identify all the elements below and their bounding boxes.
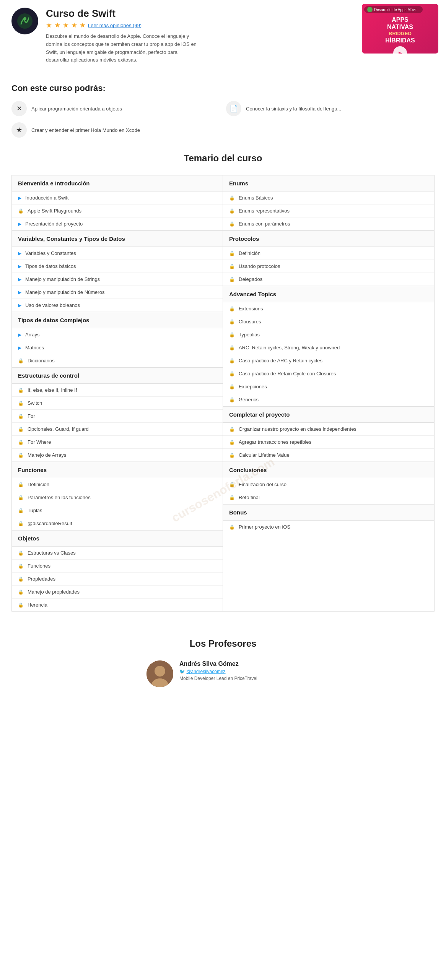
lock-icon: 🔒 bbox=[18, 482, 24, 487]
can-do-icon-3: ★ bbox=[11, 122, 27, 138]
lock-icon: 🔒 bbox=[229, 251, 235, 256]
star-5: ★ bbox=[80, 21, 86, 29]
professor-twitter: 🐦 @andresilvacomez bbox=[179, 669, 257, 674]
section-bonus: Bonus bbox=[223, 504, 434, 521]
lesson-item[interactable]: 🔒Agregar transacciones repetibles bbox=[223, 436, 434, 449]
lock-icon: 🔒 bbox=[229, 208, 235, 214]
syllabus-left: Bienvenida e Introducción ▶Introducción … bbox=[12, 175, 223, 611]
lock-icon: 🔒 bbox=[229, 277, 235, 282]
section-protocolos: Protocolos bbox=[223, 230, 434, 247]
can-do-item-2: 📄 Conocer la sintaxis y la filosofía del… bbox=[226, 101, 435, 116]
lock-icon: 🔒 bbox=[18, 602, 24, 608]
lock-icon: 🔒 bbox=[229, 495, 235, 500]
section-conclusiones: Conclusiones bbox=[223, 462, 434, 478]
lesson-item[interactable]: 🔒Definición bbox=[223, 247, 434, 260]
twitter-icon: 🐦 bbox=[179, 669, 185, 674]
section-bienvenida: Bienvenida e Introducción bbox=[12, 175, 223, 191]
lesson-item[interactable]: 🔒Clousures bbox=[223, 315, 434, 328]
lesson-item[interactable]: 🔒Excepciones bbox=[223, 380, 434, 393]
lesson-item[interactable]: 🔒Herencia bbox=[12, 599, 223, 611]
lesson-item[interactable]: 🔒Manejo de Arrays bbox=[12, 449, 223, 462]
lesson-item[interactable]: ▶Variables y Constantes bbox=[12, 247, 223, 260]
syllabus-section: Temario del curso Bienvenida e Introducc… bbox=[0, 141, 446, 623]
lesson-item[interactable]: ▶Matrices bbox=[12, 341, 223, 354]
lesson-item[interactable]: 🔒Tuplas bbox=[12, 504, 223, 517]
lesson-item[interactable]: ▶Tipos de datos básicos bbox=[12, 260, 223, 273]
svg-point-1 bbox=[23, 17, 26, 20]
section-objetos: Objetos bbox=[12, 530, 223, 547]
lock-icon: 🔒 bbox=[18, 414, 24, 419]
video-thumbnail[interactable]: Desarrollo de Apps Móvil... APPS NATIVAS… bbox=[362, 4, 438, 54]
lesson-item[interactable]: 🔒If, else, else If, Inline If bbox=[12, 384, 223, 397]
lesson-item[interactable]: 🔒Organizar nuestro proyecto en clases in… bbox=[223, 423, 434, 436]
lesson-item[interactable]: 🔒ARC, Retain cycles, Strong, Weak y unow… bbox=[223, 341, 434, 354]
lock-icon: 🔒 bbox=[229, 264, 235, 269]
can-do-item-3: ★ Crear y entender el primer Hola Mundo … bbox=[11, 122, 220, 138]
lesson-item[interactable]: 🔒Apple Swift Playgrounds bbox=[12, 204, 223, 217]
video-line1: APPS bbox=[385, 16, 415, 23]
lock-icon: 🔒 bbox=[229, 384, 235, 389]
lock-icon: 🔒 bbox=[18, 563, 24, 569]
lesson-item[interactable]: 🔒Caso práctico de Retain Cycle con Closu… bbox=[223, 367, 434, 380]
professors-section: Los Profesores Andrés Silva Gómez 🐦 @and… bbox=[0, 623, 446, 703]
lesson-item[interactable]: 🔒Diccionarios bbox=[12, 354, 223, 367]
lesson-item[interactable]: 🔒Funciones bbox=[12, 560, 223, 573]
play-icon: ▶ bbox=[18, 195, 21, 201]
video-line2: NATIVAS bbox=[385, 23, 415, 31]
lesson-item[interactable]: 🔒For bbox=[12, 410, 223, 423]
lesson-item[interactable]: 🔒Generics bbox=[223, 393, 434, 406]
lesson-item[interactable]: 🔒Calcular Lifetime Value bbox=[223, 449, 434, 462]
lock-icon: 🔒 bbox=[229, 221, 235, 227]
play-icon: ▶ bbox=[18, 221, 21, 227]
lesson-item[interactable]: 🔒Enums Básicos bbox=[223, 191, 434, 204]
can-do-text-2: Conocer la sintaxis y la filosofía del l… bbox=[246, 106, 341, 112]
section-enums: Enums bbox=[223, 175, 434, 191]
reviews-link[interactable]: Leer más opiniones (99) bbox=[88, 23, 142, 28]
lesson-item[interactable]: 🔒Primer proyecto en iOS bbox=[223, 521, 434, 533]
video-play-button[interactable] bbox=[393, 46, 407, 54]
lesson-item[interactable]: 🔒Finalización del curso bbox=[223, 478, 434, 491]
can-do-text-1: Aplicar programación orientada a objetos bbox=[31, 106, 122, 112]
lesson-item[interactable]: 🔒Caso práctico de ARC y Retain cycles bbox=[223, 354, 434, 367]
star-4: ★ bbox=[71, 21, 77, 29]
lock-icon: 🔒 bbox=[18, 358, 24, 363]
section-variables: Variables, Constantes y Tipos de Datos bbox=[12, 230, 223, 247]
can-do-title: Con este curso podrás: bbox=[11, 83, 435, 93]
lesson-item[interactable]: 🔒Propledades bbox=[12, 573, 223, 586]
section-control: Estructuras de control bbox=[12, 367, 223, 384]
lesson-item[interactable]: 🔒Usando protocolos bbox=[223, 260, 434, 273]
lesson-item[interactable]: 🔒Extensions bbox=[223, 302, 434, 315]
lesson-item[interactable]: ▶Uso de valores boleanos bbox=[12, 299, 223, 312]
lesson-item[interactable]: 🔒Opcionales, Guard, If guard bbox=[12, 423, 223, 436]
lesson-item[interactable]: ▶Manejo y manipulación de Strings bbox=[12, 273, 223, 286]
lesson-item[interactable]: ▶Manejo y manipulación de Números bbox=[12, 286, 223, 299]
can-do-section: Con este curso podrás: ✕ Aplicar program… bbox=[0, 72, 446, 141]
professor-card: Andrés Silva Gómez 🐦 @andresilvacomez Mo… bbox=[146, 660, 300, 687]
star-2: ★ bbox=[54, 21, 60, 29]
lesson-item[interactable]: 🔒Switch bbox=[12, 397, 223, 410]
star-1: ★ bbox=[46, 21, 52, 29]
lesson-item[interactable]: ▶Arrays bbox=[12, 328, 223, 341]
professor-avatar bbox=[146, 660, 173, 687]
lesson-item[interactable]: 🔒Enums representativos bbox=[223, 204, 434, 217]
lesson-item[interactable]: 🔒@discardableResult bbox=[12, 517, 223, 530]
lesson-item[interactable]: 🔒Parámetros en las funciones bbox=[12, 491, 223, 504]
play-icon: ▶ bbox=[18, 264, 21, 269]
lesson-item[interactable]: 🔒Manejo de propledades bbox=[12, 586, 223, 599]
lesson-item[interactable]: 🔒Estructuras vs Clases bbox=[12, 547, 223, 560]
lock-icon: 🔒 bbox=[229, 482, 235, 487]
lesson-item[interactable]: ▶Presentación del proyecto bbox=[12, 217, 223, 230]
lesson-item[interactable]: 🔒Delegados bbox=[223, 273, 434, 286]
lesson-item[interactable]: 🔒Reto final bbox=[223, 491, 434, 504]
professor-name: Andrés Silva Gómez bbox=[179, 660, 257, 667]
lesson-item[interactable]: 🔒Enums con parámetros bbox=[223, 217, 434, 230]
lesson-item[interactable]: ▶Introducción a Swift bbox=[12, 191, 223, 204]
play-icon: ▶ bbox=[18, 303, 21, 308]
lock-icon: 🔒 bbox=[229, 358, 235, 363]
lock-icon: 🔒 bbox=[18, 495, 24, 500]
lock-icon: 🔒 bbox=[18, 427, 24, 432]
lock-icon: 🔒 bbox=[18, 576, 24, 582]
lesson-item[interactable]: 🔒Typealias bbox=[223, 328, 434, 341]
lesson-item[interactable]: 🔒For Where bbox=[12, 436, 223, 449]
lesson-item[interactable]: 🔒Definicion bbox=[12, 478, 223, 491]
